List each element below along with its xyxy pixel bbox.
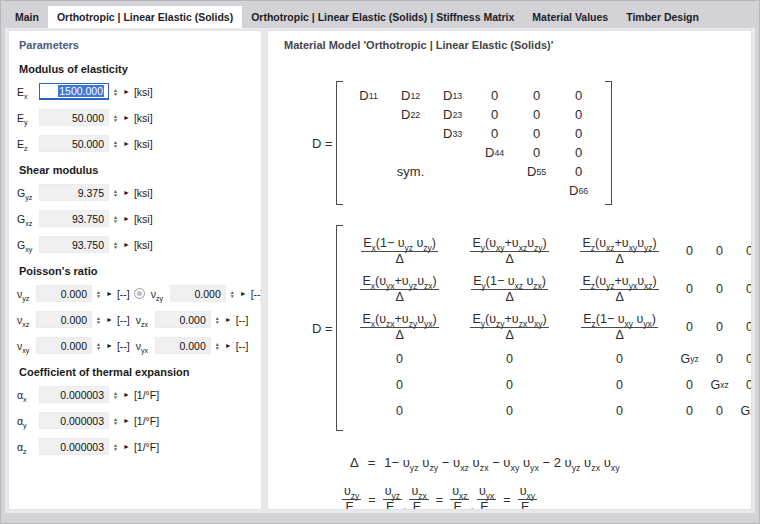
spinner-down-icon[interactable]: ▼: [113, 395, 118, 399]
param-value: 50.000: [72, 138, 104, 150]
matrix-cell: [348, 143, 390, 162]
spinner[interactable]: ▲▼: [94, 290, 103, 298]
matrix-cell: Ex(1− υyz υzy)Δ: [345, 232, 455, 270]
spinner[interactable]: ▲▼: [111, 391, 120, 399]
param-field[interactable]: 50.000: [39, 135, 109, 152]
spinner[interactable]: ▲▼: [111, 417, 120, 425]
expand-arrow-icon[interactable]: ►: [123, 114, 130, 121]
fraction-numerator: Ex(υyx+υyzυzx): [360, 274, 438, 290]
param-field[interactable]: 9.375: [39, 184, 109, 201]
tab-stiffness-matrix[interactable]: Orthotropic | Linear Elastic (Solids) | …: [242, 6, 523, 28]
expand-arrow-icon[interactable]: ►: [106, 316, 113, 323]
expand-arrow-icon[interactable]: ►: [225, 342, 232, 349]
param-field[interactable]: 0.000003: [39, 438, 109, 455]
expand-arrow-icon[interactable]: ►: [123, 88, 130, 95]
param-value: 0.000: [61, 314, 87, 326]
expand-arrow-icon[interactable]: ►: [123, 140, 130, 147]
spinner[interactable]: ▲▼: [111, 241, 120, 249]
matrix-cell: Gxy: [735, 398, 752, 424]
matrix-cell: Ey(υzy+υzxυxy)Δ: [455, 308, 565, 346]
spinner-down-icon[interactable]: ▼: [113, 193, 118, 197]
tab-orthotropic-linear-elastic[interactable]: Orthotropic | Linear Elastic (Solids): [48, 6, 242, 28]
expand-arrow-icon[interactable]: ►: [123, 443, 130, 450]
expand-arrow-icon[interactable]: ►: [106, 290, 113, 297]
spinner[interactable]: ▲▼: [111, 114, 120, 122]
spinner[interactable]: ▲▼: [94, 316, 103, 324]
equals-sign: =: [503, 493, 510, 507]
param-field[interactable]: 0.000: [170, 285, 226, 302]
spinner-down-icon[interactable]: ▼: [215, 320, 220, 324]
param-unit: [1/°F]: [134, 415, 159, 427]
matrix-cell: 0: [705, 232, 735, 270]
spinner[interactable]: ▲▼: [111, 215, 120, 223]
fraction: υzyEz: [342, 484, 361, 510]
matrix-cell: D33: [432, 124, 474, 143]
param-unit: [ksi]: [134, 239, 153, 251]
fraction-numerator: Ey(υxy+υxzυzy): [470, 236, 548, 252]
param-field[interactable]: 0.000: [36, 285, 92, 302]
matrix-bracket: [605, 81, 612, 205]
spinner-down-icon[interactable]: ▼: [230, 294, 235, 298]
spinner-down-icon[interactable]: ▼: [96, 346, 101, 350]
tab-material-values[interactable]: Material Values: [523, 6, 617, 28]
spinner-down-icon[interactable]: ▼: [113, 245, 118, 249]
spinner-down-icon[interactable]: ▼: [113, 421, 118, 425]
param-field[interactable]: 0.000: [36, 311, 92, 328]
spinner[interactable]: ▲▼: [111, 189, 120, 197]
spinner-down-icon[interactable]: ▼: [96, 320, 101, 324]
param-field[interactable]: 50.000: [39, 109, 109, 126]
param-field[interactable]: 0.000003: [39, 386, 109, 403]
param-field[interactable]: 0.000: [155, 337, 211, 354]
expand-arrow-icon[interactable]: ►: [123, 391, 130, 398]
expand-arrow-icon[interactable]: ►: [123, 417, 130, 424]
spinner[interactable]: ▲▼: [213, 316, 222, 324]
matrix-cell: [432, 162, 474, 181]
fraction: υxzEx: [450, 484, 469, 510]
param-field[interactable]: 93.750: [39, 210, 109, 227]
fraction-denominator: Δ: [505, 252, 513, 267]
matrix-cell: sym.: [390, 162, 432, 181]
tab-main[interactable]: Main: [6, 6, 48, 28]
fraction-numerator: Ex(υzx+υzyυyx): [360, 312, 438, 328]
spinner[interactable]: ▲▼: [228, 290, 237, 298]
param-field[interactable]: 0.000: [155, 311, 211, 328]
spinner-down-icon[interactable]: ▼: [113, 447, 118, 451]
param-field[interactable]: 1500.000: [39, 83, 109, 100]
radio-button[interactable]: [134, 288, 145, 299]
fraction-numerator: υzy: [342, 484, 361, 500]
spinner[interactable]: ▲▼: [94, 342, 103, 350]
dialog-content: Parameters Modulus of elasticityEx1500.0…: [5, 28, 755, 513]
spinner[interactable]: ▲▼: [213, 342, 222, 350]
matrix-cell: D13: [432, 86, 474, 105]
expand-arrow-icon[interactable]: ►: [123, 215, 130, 222]
spinner-down-icon[interactable]: ▼: [96, 294, 101, 298]
param-field[interactable]: 0.000003: [39, 412, 109, 429]
tab-timber-design[interactable]: Timber Design: [617, 6, 708, 28]
spinner[interactable]: ▲▼: [111, 140, 120, 148]
matrix-cell: 0: [455, 398, 565, 424]
spinner-down-icon[interactable]: ▼: [113, 219, 118, 223]
spinner-down-icon[interactable]: ▼: [215, 346, 220, 350]
expand-arrow-icon[interactable]: ►: [225, 316, 232, 323]
param-group: νyx0.000▲▼►[--]: [136, 337, 249, 354]
expand-arrow-icon[interactable]: ►: [123, 241, 130, 248]
spinner-down-icon[interactable]: ▼: [113, 118, 118, 122]
expand-arrow-icon[interactable]: ►: [106, 342, 113, 349]
spinner-down-icon[interactable]: ▼: [113, 92, 118, 96]
spinner[interactable]: ▲▼: [111, 443, 120, 451]
matrix-cell: Ez(1− υxy υyx)Δ: [565, 308, 675, 346]
matrix-cell: Ez(υyz+υyxυxz)Δ: [565, 270, 675, 308]
expand-arrow-icon[interactable]: ►: [240, 290, 247, 297]
fraction: Ey(υxy+υxzυzy)Δ: [470, 236, 548, 267]
matrix-cell: D44: [474, 143, 516, 162]
matrix-lhs: D =: [312, 321, 333, 336]
expand-arrow-icon[interactable]: ►: [123, 189, 130, 196]
param-field[interactable]: 93.750: [39, 236, 109, 253]
equals-sign: =: [436, 493, 443, 507]
param-field[interactable]: 0.000: [36, 337, 92, 354]
spinner-down-icon[interactable]: ▼: [113, 144, 118, 148]
param-row: Gxy93.750▲▼►[ksi]: [17, 236, 261, 253]
spinner[interactable]: ▲▼: [111, 88, 120, 96]
param-label: αy: [17, 415, 39, 427]
equals-sign: =: [368, 455, 376, 470]
